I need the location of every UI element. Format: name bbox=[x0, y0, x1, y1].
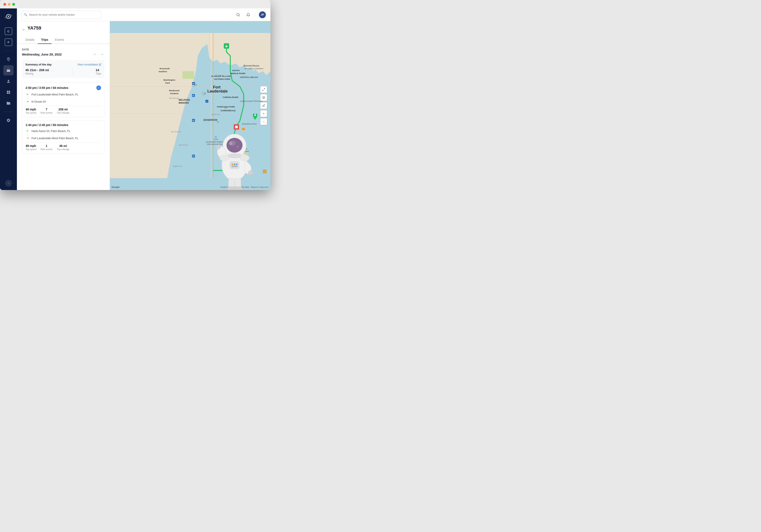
svg-text:818: 818 bbox=[223, 157, 226, 159]
svg-rect-11 bbox=[225, 151, 248, 167]
date-section: Date Wednesday, June 29, 2022 ← → bbox=[22, 48, 105, 57]
trip-1-metrics: 60 mph Top speed 7 Risk events 208 mi Tr… bbox=[26, 106, 101, 114]
map-data-text: Map data bbox=[240, 186, 249, 188]
sidebar-item-location[interactable] bbox=[3, 54, 14, 64]
svg-text:95: 95 bbox=[193, 120, 194, 121]
sidebar-nav-main bbox=[0, 54, 17, 108]
sidebar-item-f[interactable]: F bbox=[3, 37, 14, 47]
trip-2-metrics: 80 mph Top speed 1 Risk events 46 mi Tri… bbox=[26, 142, 101, 150]
map-zoom-out-button[interactable]: − bbox=[260, 118, 267, 125]
svg-point-4 bbox=[237, 13, 239, 16]
map-zoom-in-button[interactable]: + bbox=[260, 110, 267, 117]
search-input[interactable] bbox=[29, 13, 99, 16]
svg-text:Park: Park bbox=[165, 82, 170, 84]
svg-point-51 bbox=[192, 83, 196, 86]
trip-1-speed: 60 mph Top speed bbox=[26, 108, 36, 114]
report-error-link[interactable]: Report a map error bbox=[251, 186, 269, 188]
svg-rect-12 bbox=[183, 71, 194, 79]
map-route-svg: SOUTH MIDDLE RIVER Roosevelt Gardens Bon… bbox=[110, 21, 270, 190]
trip-2-end-text: Fort Lauderdale-West Palm Beach, FL bbox=[31, 136, 78, 140]
astronaut-illustration bbox=[211, 123, 258, 190]
sidebar-item-folder[interactable] bbox=[3, 98, 14, 108]
left-panel: ← YA759 Details Trips Events Date bbox=[17, 21, 110, 190]
sidebar-item-grid[interactable] bbox=[3, 87, 14, 97]
keyboard-shortcuts-link[interactable]: Keyboard shortcuts bbox=[220, 186, 239, 188]
back-arrow-icon: ← bbox=[22, 27, 26, 32]
svg-text:Gardens: Gardens bbox=[170, 92, 179, 95]
map-expand-button[interactable] bbox=[260, 86, 267, 93]
user-avatar[interactable]: JP bbox=[259, 11, 266, 19]
trip-1-risk: 7 Risk events bbox=[40, 108, 53, 114]
driving-stat: 4h 21m - 208 mi Driving bbox=[25, 68, 49, 75]
tab-details[interactable]: Details bbox=[22, 36, 38, 44]
svg-point-53 bbox=[223, 90, 226, 93]
map-draw-button[interactable] bbox=[260, 102, 267, 109]
svg-text:TARPON RIVER: TARPON RIVER bbox=[223, 96, 238, 98]
summary-header: Summary of the day View consolidated bbox=[25, 63, 101, 66]
svg-text:Jungle Queen Riverboat: Jungle Queen Riverboat bbox=[240, 100, 263, 102]
svg-rect-77 bbox=[263, 170, 266, 173]
search-box[interactable]: 🔍 bbox=[21, 11, 101, 19]
svg-point-2 bbox=[8, 16, 9, 17]
svg-marker-80 bbox=[263, 96, 265, 98]
sidebar-item-vehicle[interactable] bbox=[3, 65, 14, 76]
svg-rect-90 bbox=[231, 163, 238, 168]
app-container: C F bbox=[0, 8, 270, 190]
trip-card-1[interactable]: 2:50 pm / 3:55 pm / 64 minutes ✓ For bbox=[22, 82, 105, 117]
notifications-button[interactable] bbox=[245, 11, 252, 18]
map-background: SOUTH MIDDLE RIVER Roosevelt Gardens Bon… bbox=[110, 21, 270, 190]
svg-text:Gardens: Gardens bbox=[159, 70, 167, 73]
svg-point-103 bbox=[240, 155, 249, 161]
google-logo: Google bbox=[112, 186, 120, 188]
date-next-button[interactable]: → bbox=[99, 52, 105, 57]
close-dot[interactable] bbox=[3, 3, 6, 6]
svg-text:EDGEWOOD: EDGEWOOD bbox=[204, 119, 217, 121]
svg-text:Fort: Fort bbox=[213, 85, 220, 89]
map-footer: Keyboard shortcuts Map data Report a map… bbox=[220, 186, 269, 188]
sidebar-item-c[interactable]: C bbox=[3, 26, 14, 36]
svg-rect-62 bbox=[192, 155, 195, 158]
title-bar bbox=[0, 0, 270, 8]
date-prev-button[interactable]: ← bbox=[93, 52, 98, 57]
svg-point-3 bbox=[8, 58, 9, 59]
svg-line-5 bbox=[100, 64, 101, 65]
trip-1-header: 2:50 pm / 3:55 pm / 64 minutes ✓ bbox=[26, 85, 101, 90]
tab-events[interactable]: Events bbox=[52, 36, 67, 44]
sidebar-divider-2 bbox=[4, 112, 13, 112]
tab-trips[interactable]: Trips bbox=[38, 36, 52, 44]
svg-text:811: 811 bbox=[225, 107, 228, 109]
view-consolidated-link[interactable]: View consolidated bbox=[77, 63, 101, 66]
driving-label: Driving bbox=[25, 72, 49, 75]
svg-text:International Airport: International Airport bbox=[231, 150, 249, 152]
sidebar-item-settings[interactable] bbox=[3, 115, 14, 126]
svg-point-82 bbox=[223, 134, 246, 157]
svg-text:SW 31st Ave: SW 31st Ave bbox=[171, 131, 181, 133]
tabs: Details Trips Events bbox=[17, 36, 110, 44]
search-button[interactable] bbox=[235, 11, 242, 18]
sidebar-item-person[interactable] bbox=[3, 76, 14, 86]
svg-point-52 bbox=[202, 92, 205, 95]
trip-card-2[interactable]: 1:44 pm / 2:45 pm / 60 minutes Hank Aaro… bbox=[22, 120, 105, 154]
svg-point-91 bbox=[232, 164, 233, 165]
maximize-dot[interactable] bbox=[12, 3, 15, 6]
map-area[interactable]: SOUTH MIDDLE RIVER Roosevelt Gardens Bon… bbox=[110, 21, 270, 190]
expand-sidebar-button[interactable]: › bbox=[5, 180, 12, 186]
panel-body: Date Wednesday, June 29, 2022 ← → Sum bbox=[17, 44, 110, 190]
svg-point-84 bbox=[229, 140, 236, 146]
trip-1-end-text: N Ocean Dr bbox=[31, 100, 46, 103]
svg-text:MELROSE: MELROSE bbox=[179, 99, 190, 101]
trip-1-end: N Ocean Dr bbox=[26, 99, 101, 104]
svg-text:SOUTH: SOUTH bbox=[232, 69, 240, 72]
map-layers-button[interactable] bbox=[260, 94, 267, 101]
top-bar-icons: JP bbox=[235, 11, 266, 19]
date-label: Date bbox=[22, 48, 105, 51]
minimize-dot[interactable] bbox=[8, 3, 11, 6]
top-bar: 🔍 JP bbox=[17, 8, 270, 21]
back-button[interactable]: ← YA759 bbox=[22, 25, 105, 34]
trip-1-check-icon: ✓ bbox=[96, 85, 101, 90]
app-logo[interactable] bbox=[4, 12, 13, 21]
sidebar-nav-top: C F bbox=[0, 26, 17, 47]
svg-point-92 bbox=[234, 164, 235, 165]
trip-2-header: 1:44 pm / 2:45 pm / 60 minutes bbox=[26, 123, 101, 127]
svg-point-86 bbox=[237, 146, 239, 148]
